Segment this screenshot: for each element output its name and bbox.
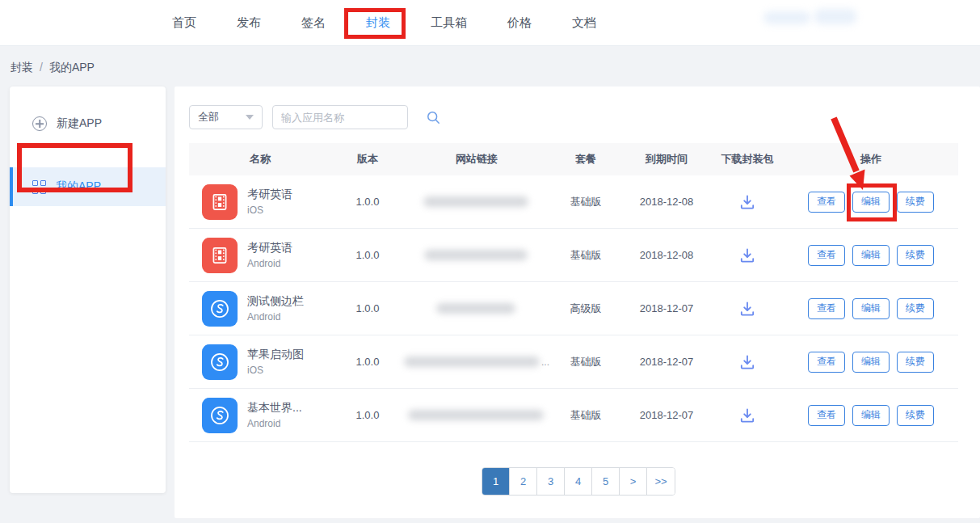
view-button[interactable]: 查看 <box>808 192 845 213</box>
table-header-cell: 下载封装包 <box>711 152 784 167</box>
website-link-cell <box>404 250 549 260</box>
nav-tab-工具箱[interactable]: 工具箱 <box>431 2 467 44</box>
nav-tab-价格[interactable]: 价格 <box>507 2 532 44</box>
plan-badge: 基础版 <box>549 355 622 369</box>
s-logo-app-icon <box>202 291 238 327</box>
table-header-cell: 操作 <box>784 152 958 167</box>
website-link-cell <box>404 410 549 420</box>
app-version: 1.0.0 <box>331 302 404 314</box>
breadcrumb-section[interactable]: 封装 <box>11 61 33 74</box>
download-package-icon[interactable] <box>738 299 757 318</box>
expiry-date: 2018-12-08 <box>622 196 711 208</box>
nav-tab-首页[interactable]: 首页 <box>172 2 196 44</box>
table-header-cell: 网站链接 <box>404 152 549 167</box>
renew-button[interactable]: 续费 <box>897 405 934 426</box>
expiry-date: 2018-12-07 <box>622 409 711 421</box>
renew-button[interactable]: 续费 <box>897 245 934 266</box>
download-package-icon[interactable] <box>738 352 757 372</box>
blurred-user-info <box>814 9 856 24</box>
nav-tab-发布[interactable]: 发布 <box>237 2 261 44</box>
expiry-date: 2018-12-07 <box>622 356 711 368</box>
blurred-url <box>436 303 515 314</box>
table-header-cell: 名称 <box>189 152 331 167</box>
nav-tab-签名[interactable]: 签名 <box>301 2 326 44</box>
breadcrumb: 封装/我的APP <box>11 61 95 75</box>
main-nav: 首页 发布 签名 封装 工具箱 价格 文档 <box>172 0 596 46</box>
view-button[interactable]: 查看 <box>808 245 845 266</box>
nav-tab-封装[interactable]: 封装 <box>366 2 390 44</box>
pagination-button->[interactable]: > <box>620 468 647 495</box>
download-package-icon[interactable] <box>738 246 757 265</box>
table-row: 测试侧边栏 Android 1.0.0 高级版 2018-12-07 查看 编辑… <box>189 282 958 335</box>
search-input[interactable] <box>273 112 427 124</box>
edit-button[interactable]: 编辑 <box>852 192 890 213</box>
app-name-cell: 苹果启动图 iOS <box>189 344 331 380</box>
app-platform: Android <box>247 258 292 269</box>
pagination-button-1[interactable]: 1 <box>482 468 510 495</box>
pagination-button-3[interactable]: 3 <box>537 468 565 495</box>
download-package-icon[interactable] <box>738 406 757 425</box>
website-link-cell <box>404 303 549 314</box>
pagination-button->>[interactable]: >> <box>647 468 675 495</box>
search-icon[interactable] <box>427 111 440 124</box>
app-name: 苹果启动图 <box>247 348 304 362</box>
view-button[interactable]: 查看 <box>808 352 845 373</box>
main-panel: 全部 名称版本网站链接套餐到期时间下载封装包操作 考研英语 iOS 1.0.0 … <box>175 86 980 518</box>
table-header-row: 名称版本网站链接套餐到期时间下载封装包操作 <box>189 143 958 175</box>
plan-badge: 基础版 <box>549 248 622 263</box>
view-button[interactable]: 查看 <box>808 405 845 426</box>
app-version: 1.0.0 <box>331 356 404 368</box>
blurred-user-info <box>763 11 810 24</box>
category-select-value: 全部 <box>198 110 219 124</box>
edit-button[interactable]: 编辑 <box>852 405 890 426</box>
sidebar-item-新建APP[interactable]: 新建APP <box>10 106 166 141</box>
blurred-url <box>423 196 528 207</box>
expiry-date: 2018-12-08 <box>622 249 711 261</box>
view-button[interactable]: 查看 <box>808 298 845 319</box>
category-select[interactable]: 全部 <box>189 105 263 129</box>
pagination-button-5[interactable]: 5 <box>592 468 620 495</box>
app-name-cell: 考研英语 Android <box>189 238 331 273</box>
actions-cell: 查看 编辑 续费 <box>784 405 958 426</box>
renew-button[interactable]: 续费 <box>897 192 934 213</box>
website-link-cell <box>404 196 549 207</box>
grid-icon <box>32 180 46 194</box>
s-logo-app-icon <box>202 344 238 380</box>
app-platform: Android <box>247 418 302 429</box>
blurred-url <box>408 410 544 420</box>
table-row: 考研英语 iOS 1.0.0 基础版 2018-12-08 查看 编辑 续费 <box>189 175 958 229</box>
expiry-date: 2018-12-07 <box>622 302 711 314</box>
table-header-cell: 到期时间 <box>622 152 711 167</box>
download-package-icon[interactable] <box>738 192 757 212</box>
app-name: 测试侧边栏 <box>247 294 304 309</box>
breadcrumb-page: 我的APP <box>49 61 95 74</box>
pagination: 12345>>> <box>482 467 675 496</box>
s-logo-app-icon <box>202 398 238 433</box>
app-platform: iOS <box>247 365 304 376</box>
plan-badge: 基础版 <box>549 408 622 423</box>
plan-badge: 基础版 <box>549 195 622 209</box>
renew-button[interactable]: 续费 <box>897 298 934 319</box>
search-box <box>272 105 408 129</box>
app-version: 1.0.0 <box>331 409 404 421</box>
sidebar: 新建APP 我的APP <box>10 86 166 493</box>
website-link-cell: ... <box>404 356 549 368</box>
pagination-button-4[interactable]: 4 <box>565 468 592 495</box>
plus-circle-icon <box>32 116 47 131</box>
sidebar-item-我的APP[interactable]: 我的APP <box>10 167 166 206</box>
nav-tab-文档[interactable]: 文档 <box>572 2 596 44</box>
edit-button[interactable]: 编辑 <box>852 245 890 266</box>
app-name-cell: 基本世界... Android <box>189 398 331 433</box>
app-name: 基本世界... <box>247 401 302 415</box>
table-row: 苹果启动图 iOS 1.0.0 ... 基础版 2018-12-07 查看 编辑… <box>189 335 958 389</box>
edit-button[interactable]: 编辑 <box>852 298 890 319</box>
top-header: 首页 发布 签名 封装 工具箱 价格 文档 <box>0 0 980 46</box>
sidebar-item-label: 新建APP <box>57 116 102 131</box>
blurred-url <box>404 356 540 367</box>
edit-button[interactable]: 编辑 <box>852 352 890 373</box>
pagination-button-2[interactable]: 2 <box>510 468 537 495</box>
renew-button[interactable]: 续费 <box>897 352 934 373</box>
breadcrumb-separator: / <box>40 61 43 74</box>
table-row: 考研英语 Android 1.0.0 基础版 2018-12-08 查看 编辑 … <box>189 229 958 282</box>
apps-table: 名称版本网站链接套餐到期时间下载封装包操作 考研英语 iOS 1.0.0 基础版… <box>189 143 958 442</box>
